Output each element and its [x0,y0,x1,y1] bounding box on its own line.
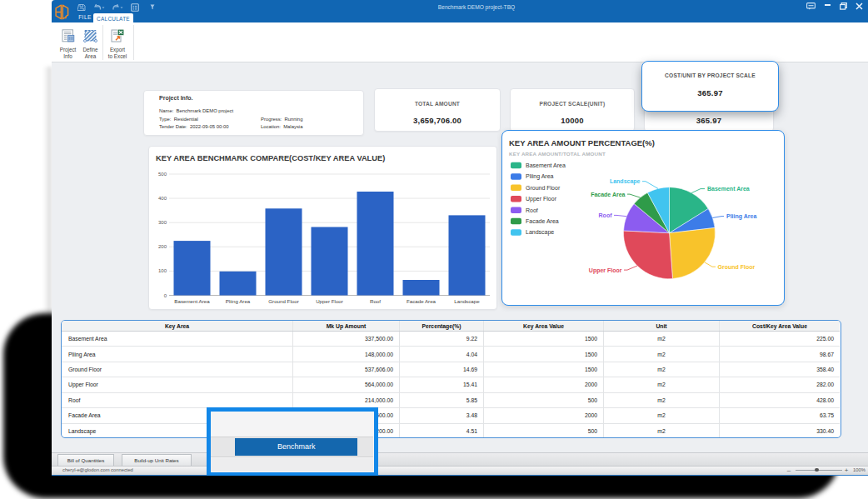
svg-text:Pliing Area: Pliing Area [526,173,554,180]
svg-text:300: 300 [158,220,167,225]
svg-text:Upper Floor: Upper Floor [589,267,622,274]
svg-text:Basement Area: Basement Area [707,186,750,192]
svg-text:KEY AREA AMOUNT PERCENTAGE(%): KEY AREA AMOUNT PERCENTAGE(%) [509,138,655,147]
svg-text:Upper Floor: Upper Floor [526,196,557,202]
svg-text:0: 0 [164,293,167,298]
svg-text:Ground Floor: Ground Floor [526,185,561,191]
svg-text:Upper Floor: Upper Floor [316,298,343,304]
svg-text:KEY AREA AMOUNT/TOTAL AMOUNT: KEY AREA AMOUNT/TOTAL AMOUNT [509,151,606,157]
svg-text:Landscape: Landscape [526,229,554,236]
svg-text:Ground Floor: Ground Floor [718,264,756,270]
svg-text:500: 500 [158,172,167,177]
svg-text:Landscape: Landscape [454,298,480,304]
svg-text:Roof: Roof [599,212,613,218]
svg-text:Basement Area: Basement Area [526,162,566,168]
svg-text:Facade Area: Facade Area [526,218,559,224]
svg-text:Facade Area: Facade Area [407,298,436,304]
svg-text:Pliing Area: Pliing Area [726,213,756,220]
svg-text:400: 400 [158,196,167,201]
svg-text:Landscape: Landscape [610,178,641,185]
svg-text:Ground Floor: Ground Floor [268,298,298,304]
svg-text:100: 100 [158,268,167,273]
svg-text:Pliing Area: Pliing Area [226,298,251,304]
svg-text:Facade Area: Facade Area [591,192,625,197]
svg-text:Basement Area: Basement Area [174,298,210,304]
svg-text:Roof: Roof [370,298,381,304]
svg-text:KEY AREA BENCHMARK COMPARE(COS: KEY AREA BENCHMARK COMPARE(COST/KEY AREA… [156,154,385,162]
svg-text:Roof: Roof [526,207,538,213]
svg-text:200: 200 [158,244,167,249]
